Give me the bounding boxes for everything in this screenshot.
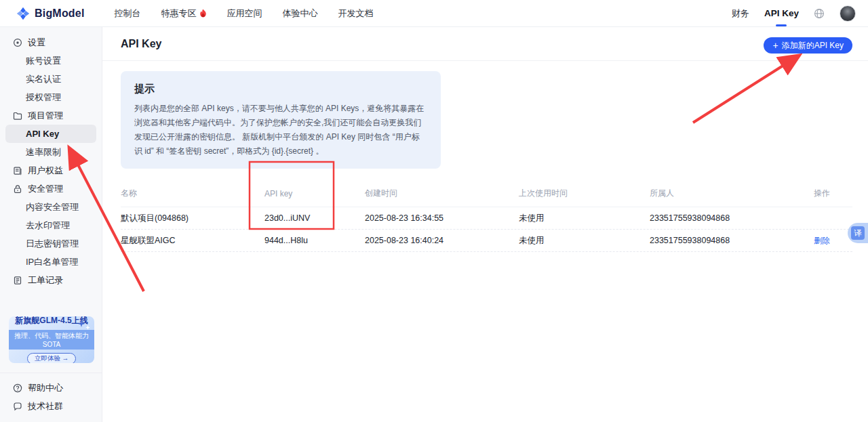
topbar-right: 财务 API Key: [732, 5, 856, 22]
sidebar-item-project-management[interactable]: 项目管理: [0, 106, 102, 125]
sidebar-item-label: 用户权益: [28, 165, 63, 177]
user-avatar[interactable]: [840, 5, 856, 22]
bigmodel-logo[interactable]: BigModel: [16, 7, 85, 20]
sidebar-item-label: 去水印管理: [26, 219, 70, 232]
cell-created: 2025-08-23 16:34:55: [365, 213, 519, 223]
sidebar-item-ip-whitelist[interactable]: IP白名单管理: [0, 253, 102, 271]
sidebar-item-label: 工单记录: [28, 274, 63, 287]
sidebar-item-label: 技术社群: [28, 400, 63, 413]
sidebar-item-label: API Key: [26, 129, 59, 139]
delete-link[interactable]: 删除: [814, 235, 852, 247]
sidebar-item-label: 实名认证: [26, 73, 61, 85]
sidebar-item-work-orders[interactable]: 工单记录: [0, 271, 102, 289]
sidebar-item-label: 安全管理: [28, 183, 63, 195]
col-actions: 操作: [814, 188, 852, 199]
sidebar-item-authorization[interactable]: 授权管理: [0, 88, 102, 106]
question-circle-icon: [12, 383, 22, 393]
sidebar-item-account-settings[interactable]: 账号设置: [0, 51, 102, 70]
nav-api-key-label: API Key: [764, 8, 799, 18]
promo-subtitle: 推理、代码、智能体能力SOTA: [9, 330, 94, 350]
cell-last-used: 未使用: [519, 235, 650, 247]
folder-icon: [12, 110, 22, 121]
nav-deals[interactable]: 特惠专区: [161, 7, 207, 20]
sidebar-item-label: 设置: [28, 37, 45, 49]
lock-icon: [12, 184, 22, 194]
cell-name: 默认项目(094868): [121, 213, 264, 224]
nav-console[interactable]: 控制台: [115, 7, 141, 20]
sidebar-item-label: 日志密钥管理: [26, 238, 79, 250]
sidebar-item-label: 内容安全管理: [26, 201, 79, 213]
sidebar-item-log-key-management[interactable]: 日志密钥管理: [0, 234, 102, 253]
notice-title: 提示: [134, 83, 427, 96]
cell-name: 星舰联盟AIGC: [121, 235, 264, 247]
sidebar-item-label: 账号设置: [26, 55, 61, 67]
cell-api-key: 944d...H8lu: [264, 236, 365, 245]
add-api-key-button[interactable]: + 添加新的API Key: [764, 37, 852, 54]
sidebar-item-settings[interactable]: 设置: [0, 33, 102, 51]
chat-icon: [12, 401, 22, 411]
sidebar-item-user-benefits[interactable]: 用户权益: [0, 161, 102, 180]
table-row: 星舰联盟AIGC 944d...H8lu 2025-08-23 16:40:24…: [121, 230, 852, 252]
sidebar-item-label: 帮助中心: [28, 382, 63, 394]
brand-name: BigModel: [35, 7, 85, 20]
table-row: 默认项目(094868) 23d0...iUNV 2025-08-23 16:3…: [121, 207, 852, 230]
notice-body: 列表内是您的全部 API keys，请不要与他人共享您的 API Keys，避免…: [134, 102, 427, 159]
sidebar-item-content-security[interactable]: 内容安全管理: [0, 198, 102, 216]
plus-icon: +: [772, 41, 778, 50]
cell-last-used: 未使用: [519, 213, 650, 224]
topbar: BigModel 控制台 特惠专区 应用空间 体验中心 开发文档 财务 API …: [0, 0, 868, 27]
content-area: 提示 列表内是您的全部 API keys，请不要与他人共享您的 API Keys…: [102, 61, 868, 252]
top-navigation: 控制台 特惠专区 应用空间 体验中心 开发文档: [115, 7, 374, 20]
sidebar-item-watermark-removal[interactable]: 去水印管理: [0, 216, 102, 234]
add-api-key-label: 添加新的API Key: [782, 40, 844, 51]
nav-deals-label: 特惠专区: [161, 7, 197, 20]
promo-cta-button[interactable]: 立即体验 →: [27, 353, 76, 363]
flame-icon: [199, 9, 207, 18]
col-name: 名称: [121, 188, 264, 199]
nav-app-space[interactable]: 应用空间: [227, 7, 262, 20]
col-owner: 所属人: [650, 188, 814, 199]
cell-owner: 23351755938094868: [650, 213, 814, 223]
cell-owner: 23351755938094868: [650, 236, 814, 245]
page-header: API Key: [102, 27, 868, 61]
sidebar-footer: 帮助中心 技术社群: [0, 373, 102, 422]
sidebar-item-label: IP白名单管理: [26, 256, 78, 268]
translate-widget[interactable]: 译: [848, 223, 868, 243]
nav-dev-docs[interactable]: 开发文档: [338, 7, 374, 20]
col-last-used: 上次使用时间: [519, 188, 650, 199]
nav-finance[interactable]: 财务: [732, 7, 749, 20]
cell-created: 2025-08-23 16:40:24: [365, 236, 519, 245]
sidebar-item-label: 授权管理: [26, 91, 61, 104]
nav-experience-center[interactable]: 体验中心: [283, 7, 318, 20]
sidebar-item-api-key[interactable]: API Key: [5, 125, 96, 143]
glm-promo-card[interactable]: 新旗舰GLM-4.5上线 推理、代码、智能体能力SOTA 立即体验 →: [9, 316, 94, 363]
col-api-key: API key: [264, 189, 365, 198]
ticket-doc-icon: [12, 275, 22, 285]
sidebar-item-help-center[interactable]: 帮助中心: [0, 379, 102, 397]
sparkle-icon: [78, 320, 85, 327]
sidebar-item-security-management[interactable]: 安全管理: [0, 180, 102, 198]
gear-icon: [12, 37, 22, 47]
table-header-row: 名称 API key 创建时间 上次使用时间 所属人 操作: [121, 188, 852, 207]
nav-api-key-active[interactable]: API Key: [764, 8, 799, 18]
sidebar: 设置 账号设置 实名认证 授权管理 项目管理 API Key 速率限制 用户权益: [0, 27, 102, 422]
active-tab-indicator: [776, 24, 787, 26]
sidebar-item-tech-community[interactable]: 技术社群: [0, 397, 102, 415]
notice-box: 提示 列表内是您的全部 API keys，请不要与他人共享您的 API Keys…: [121, 71, 441, 169]
sparkle-icon: [85, 325, 90, 330]
col-created: 创建时间: [365, 188, 519, 199]
sidebar-item-label: 项目管理: [28, 110, 63, 122]
translate-icon: 译: [851, 226, 865, 240]
page-title: API Key: [121, 38, 161, 50]
api-key-table: 名称 API key 创建时间 上次使用时间 所属人 操作 默认项目(09486…: [121, 188, 852, 252]
globe-icon[interactable]: [814, 8, 825, 19]
bigmodel-logo-icon: [16, 7, 30, 20]
cell-api-key: 23d0...iUNV: [264, 213, 365, 223]
sidebar-item-label: 速率限制: [26, 146, 61, 159]
main-content: API Key + 添加新的API Key 提示 列表内是您的全部 API ke…: [102, 27, 868, 422]
promo-title: 新旗舰GLM-4.5上线: [15, 316, 87, 326]
sidebar-item-rate-limit[interactable]: 速率限制: [0, 143, 102, 161]
sidebar-item-real-name-auth[interactable]: 实名认证: [0, 70, 102, 88]
benefits-card-icon: [12, 165, 22, 175]
